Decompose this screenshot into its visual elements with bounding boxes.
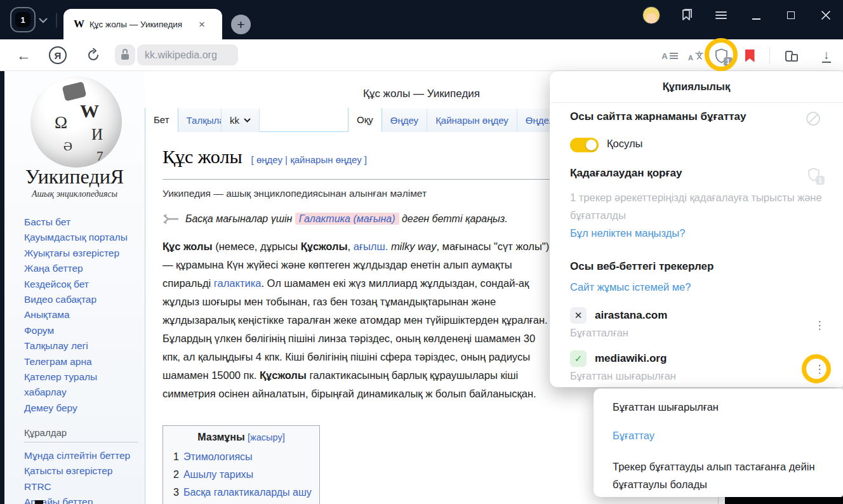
omnibox-page-title[interactable]: Құс жолы — Уикипедия [363, 88, 480, 100]
wiki-tab[interactable]: Бет [145, 108, 178, 132]
blocked-x-icon: ✕ [570, 307, 587, 324]
tab-close-icon[interactable]: × [199, 19, 205, 30]
trackers-header: Осы веб-беттегі трекерлер [570, 260, 714, 273]
wiki-logo-title[interactable]: УикипедиЯ [4, 165, 145, 189]
back-button[interactable]: ← [14, 44, 33, 66]
active-tab[interactable]: W Құс жолы — Уикипедия × [63, 9, 222, 39]
window-minimize-button[interactable] [747, 1, 765, 29]
privacy-panel: Құпиялылық Осы сайтта жарнаманы бұғаттау… [550, 71, 843, 387]
menu-hamburger-icon[interactable] [712, 1, 730, 29]
wiki-tab[interactable]: Қайнарын өңдеу [427, 109, 517, 132]
tracker-status: Бұғатталған [570, 327, 628, 339]
sidebar-link[interactable]: Жаңа беттер [24, 261, 140, 276]
wiki-view-tabs: ОқуӨңдеуҚайнарын өңдеуӨңдел [348, 108, 563, 132]
ad-block-title: Осы сайтта жарнаманы бұғаттау [570, 110, 747, 123]
tabbar-separator [56, 13, 57, 28]
bookmarks-icon[interactable] [678, 1, 696, 29]
menu-block-action[interactable]: Бұғаттау [613, 430, 826, 442]
tracker-row-airastana: ✕ airastana.com [570, 307, 667, 324]
sidebar-link[interactable]: Қауымдастық порталы [24, 230, 140, 245]
wikipedia-globe-logo[interactable]: W Ω И Ә 7 [30, 76, 122, 168]
sidebar-link[interactable]: Демеу беру [24, 401, 140, 416]
annotation-circle-shield [705, 38, 738, 71]
profile-avatar[interactable] [642, 6, 660, 24]
hatnote-text[interactable]: Басқа мағыналар үшін Галактика (мағына) … [185, 213, 508, 225]
sidebar-tool-link[interactable]: RTRC [24, 479, 140, 494]
sidebar-tools-header: Құралдар [24, 427, 138, 442]
wiki-logo-subtitle: Ашық энциклопедиясы [4, 189, 145, 199]
tab-title-fade [183, 18, 199, 32]
translate-icon[interactable]: A [687, 47, 706, 63]
tracker-menu-icon[interactable]: ⋮ [813, 317, 826, 333]
window-left-edge [0, 71, 4, 504]
sidebar-link[interactable]: Видео сабақтар [24, 292, 140, 307]
wikipedia-favicon-icon: W [74, 18, 84, 30]
sidebar-link[interactable]: Жуықтағы өзгерістер [24, 246, 140, 261]
chevron-down-icon [244, 118, 251, 123]
title-edit-links[interactable]: [ өңдеу | қайнарын өңдеу ] [251, 154, 368, 165]
language-selector-tab[interactable]: kk [221, 109, 260, 132]
sidebar-link[interactable]: Талқылау легі [24, 338, 140, 354]
browser-tab-bar: 1 W Құс жолы — Уикипедия × + [0, 0, 843, 39]
sidebar-link[interactable]: Басты бет [24, 215, 140, 230]
toc-hide-link[interactable]: [жасыру] [248, 432, 285, 442]
sidebar-link[interactable]: Телеграм арна [24, 354, 140, 369]
sidebar-link[interactable]: Форум [24, 323, 140, 338]
toc-item[interactable]: 1Этимологиясы [173, 448, 319, 466]
bookmark-page-icon[interactable] [741, 48, 758, 63]
browser-window: 1 W Құс жолы — Уикипедия × + ← Я [0, 0, 843, 504]
toc-item[interactable]: 3Басқа галактикаларды ашу [173, 484, 319, 501]
sidebar-tools-nav: Мұнда сілтейтін беттерҚатысты өзгерістер… [24, 448, 140, 504]
tab-counter-button[interactable]: 1 [10, 7, 36, 32]
sidebar-link[interactable]: Кездейсоқ бет [24, 277, 140, 292]
toggle-state-label: Қосулы [607, 138, 642, 150]
ad-block-toggle[interactable] [570, 138, 599, 152]
article-paragraph: Құс жолы (немесе, дұрысы Құсжолы, ағылш.… [163, 237, 552, 403]
address-bar[interactable]: kk.wikipedia.org [137, 44, 238, 65]
toc-title: Мазмұны [197, 432, 244, 442]
window-close-button[interactable] [817, 1, 835, 29]
tracking-description: 1 трекер әрекеттеріңізді қадағалауға тыр… [570, 189, 826, 224]
tracker-count-badge: 1 [816, 176, 825, 185]
menu-description: Трекер бұғаттауды алып тастағанға дейін … [613, 458, 822, 493]
reader-mode-icon[interactable]: A [660, 49, 679, 63]
hatnote: Басқа мағыналар үшін Галактика (мағына) … [163, 213, 508, 225]
why-important-link[interactable]: Бұл неліктен маңызды? [570, 227, 685, 239]
sidebar-link[interactable]: Анықтама [24, 307, 140, 322]
menu-current-state: Бұғаттан шығарылған [613, 401, 826, 413]
tracker-context-menu: Бұғаттан шығарылған Бұғаттау Трекер бұға… [594, 388, 843, 497]
allowed-check-icon: ✓ [570, 350, 587, 367]
toc-list: 1Этимологиясы2Ашылу тарихы3Басқа галакти… [163, 448, 319, 501]
url-text: kk.wikipedia.org [145, 50, 217, 61]
wiki-sidebar: W Ω И Ә 7 УикипедиЯ Ашық энциклопедиясы … [4, 71, 145, 504]
tracker-status: Бұғаттан шығарылған [570, 370, 676, 382]
wiki-language-tab: kk [221, 108, 323, 132]
wiki-tab[interactable]: Өңдеу [382, 109, 427, 132]
site-broken-link[interactable]: Сайт жұмыс істемей ме? [570, 281, 691, 293]
sidebar-nav: Басты бетҚауымдастық порталыЖуықтағы өзг… [24, 215, 140, 416]
tracker-domain: mediawiki.org [595, 352, 667, 365]
new-tab-button[interactable]: + [231, 15, 251, 34]
sidebar-tool-link[interactable]: Мұнда сілтейтін беттер [24, 448, 140, 463]
wiki-tab[interactable]: Оқу [348, 108, 382, 132]
downloads-icon[interactable]: ↓ [818, 47, 835, 65]
annotation-circle-kebab [802, 354, 831, 383]
tracking-shield-icon: 1 [807, 168, 821, 183]
sidebar-link[interactable]: Қателер туралы хабарлау [24, 369, 140, 401]
disambiguation-icon [163, 213, 179, 225]
table-of-contents: Мазмұны [жасыру] 1Этимологиясы2Ашылу тар… [163, 425, 320, 504]
yandex-logo-icon[interactable]: Я [49, 46, 67, 64]
sidebar-tool-link[interactable]: Қатысты өзгерістер [24, 463, 140, 479]
no-ads-icon [806, 112, 820, 126]
collections-icon[interactable] [782, 48, 801, 64]
toolbar-separator [769, 47, 770, 63]
tracking-protection-title: Қадағалаудан қорғау [570, 167, 682, 180]
tracker-row-mediawiki: ✓ mediawiki.org [570, 350, 667, 367]
reload-button[interactable] [84, 46, 102, 64]
tab-title: Құс жолы — Уикипедия [90, 20, 196, 29]
tab-count-badge: 1 [15, 12, 30, 27]
toc-item[interactable]: 2Ашылу тарихы [173, 466, 319, 484]
window-maximize-button[interactable] [782, 1, 800, 29]
site-security-lock-icon[interactable] [115, 44, 135, 65]
tab-list-chevron-icon[interactable] [37, 14, 50, 27]
